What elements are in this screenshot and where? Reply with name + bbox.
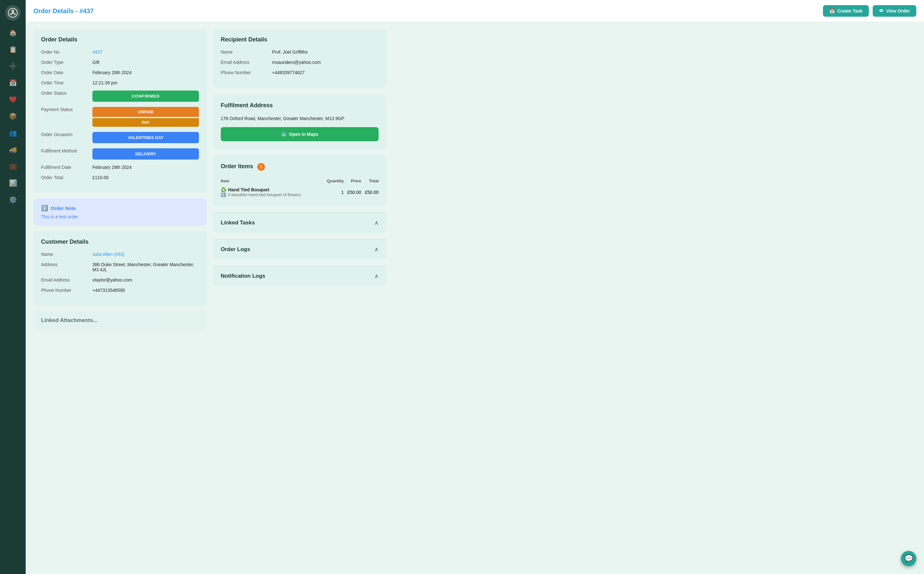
customer-email-value: vtaylor@yahoo.com [93,278,199,282]
order-details-title: Order Details [41,36,199,43]
order-no-row: Order No #437 [41,49,199,55]
sidebar-item-home[interactable]: 🏠 [6,26,20,40]
customer-address-value: 386 Duke Street, Manchester, Greater Man… [93,262,199,272]
order-items-card: Order Items 1 Item Quantity Price Total [213,155,386,206]
customer-email-row: Email Address vtaylor@yahoo.com [41,278,199,282]
fulfilment-method-row: Fulfilment Method DELIVERY [41,148,199,159]
calendar-icon: 📅 [829,8,835,14]
chat-icon: 💬 [904,554,913,563]
payment-status-row: Payment Status UNPAID PAY [41,107,199,127]
svg-point-3 [14,13,16,15]
recipient-name-value: Prof. Joel Griffiths [272,49,379,55]
item-desc-0: ℹ️ A beautiful hand tied bouquet of flow… [221,192,322,197]
customer-address-row: Address 386 Duke Street, Manchester, Gre… [41,262,199,272]
linked-tasks-title: Linked Tasks [221,219,255,226]
customer-name-value[interactable]: Julia Allen (#93) [93,252,124,257]
payment-unpaid-label: UNPAID [93,107,199,117]
sidebar-item-favorites[interactable]: ❤️ [6,93,20,107]
occasion-row: Order Occasion VALENTINES DAY [41,132,199,143]
modal-header: Order Details - #437 📅 Create Task 👁 Vie… [26,0,924,22]
item-name-0: ♻️ Hand Tied Bouquet [221,187,322,192]
customer-phone-row: Phone Number +447313546590 [41,288,199,293]
modal-grid: Order Details Order No #437 Order Type G… [33,28,386,330]
order-number: #437 [79,7,94,14]
notification-logs-card: Notification Logs ∧ [213,266,386,286]
info-icon: ℹ️ [41,205,48,211]
map-icon: 🗺️ [281,132,286,137]
payment-status-badge: UNPAID PAY [93,107,199,127]
customer-name-row: Name Julia Allen (#93) [41,252,199,257]
order-time-row: Order Time 12:21:39 pm [41,80,199,85]
right-column: Recipient Details Name Prof. Joel Griffi… [213,28,386,330]
customer-details-title: Customer Details [41,238,199,245]
payment-pay-button[interactable]: PAY [93,118,199,127]
order-total-row: Order Total £110.00 [41,175,199,180]
fulfilment-address-text: 176 Oxford Road, Manchester, Greater Man… [221,115,379,122]
left-column: Order Details Order No #437 Order Type G… [33,28,207,330]
chevron-up-icon-notif: ∧ [374,273,379,280]
sidebar-item-orders[interactable]: 📋 [6,43,20,57]
recipient-email-row: Email Address msaunders@yahoo.com [221,60,379,65]
sidebar-item-inventory[interactable]: 📦 [6,109,20,123]
order-items-count: 1 [257,163,265,171]
sidebar-item-customers[interactable]: 👥 [6,126,20,140]
open-maps-button[interactable]: 🗺️ Open in Maps [221,127,379,141]
view-order-button[interactable]: 👁 View Order [873,5,916,17]
customer-details-card: Customer Details Name Julia Allen (#93) … [33,231,207,306]
recipient-phone-value: +448339774627 [272,70,379,75]
recipient-email-value: msaunders@yahoo.com [272,60,379,65]
chevron-up-icon: ∧ [374,219,379,226]
fulfilment-address-title: Fulfilment Address [221,102,379,109]
order-items-table: Item Quantity Price Total [221,177,379,199]
fulfilment-date-value: February 29th 2024 [93,165,199,170]
order-status-badge[interactable]: CONFIRMED [93,90,199,102]
app-logo[interactable] [5,5,20,20]
svg-point-2 [10,13,12,15]
chat-fab[interactable]: 💬 [901,551,916,566]
notification-logs-title: Notification Logs [221,273,266,279]
modal-title: Order Details - #437 [33,7,94,15]
svg-point-1 [11,9,14,12]
order-status-row: Order Status CONFIRMED [41,90,199,102]
linked-tasks-section[interactable]: Linked Tasks ∧ [213,213,386,233]
sidebar: 🏠 📋 ➕ 📅 ❤️ 📦 👥 🚚 💼 📊 ⚙️ [0,0,26,574]
delivery-badge[interactable]: DELIVERY [93,148,199,159]
order-note-text: This is a test order [41,214,199,219]
sidebar-item-add[interactable]: ➕ [6,59,20,73]
order-logs-card: Order Logs ∧ [213,239,386,259]
recycle-icon: ♻️ [221,187,226,192]
sidebar-item-delivery[interactable]: 🚚 [6,142,20,157]
main-area: Welcome F... 👁 Florist ▼ Unfulfi... Over… [26,0,924,574]
order-logs-title: Order Logs [221,246,250,253]
modal-body: Order Details Order No #437 Order Type G… [26,22,924,574]
sidebar-item-analytics[interactable]: 📊 [6,176,20,190]
info-circle-icon: ℹ️ [221,192,226,197]
item-qty-0: 1 [322,186,344,199]
sidebar-item-calendar[interactable]: 📅 [6,76,20,90]
order-type-row: Order Type Gift [41,60,199,65]
linked-attachments-hint: Linked Attachments... [33,311,207,330]
order-item-row-0: ♻️ Hand Tied Bouquet ℹ️ A beautiful hand… [221,186,379,199]
create-task-button[interactable]: 📅 Create Task [823,5,869,17]
fulfilment-address-card: Fulfilment Address 176 Oxford Road, Manc… [213,95,386,149]
recipient-phone-row: Phone Number +448339774627 [221,70,379,75]
sidebar-item-settings[interactable]: ⚙️ [6,192,20,207]
fulfilment-date-row: Fulfilment Date February 29th 2024 [41,165,199,170]
chevron-up-icon-logs: ∧ [374,246,379,253]
sidebar-item-briefcase[interactable]: 💼 [6,159,20,173]
recipient-details-card: Recipient Details Name Prof. Joel Griffi… [213,28,386,88]
occasion-badge[interactable]: VALENTINES DAY [93,132,199,143]
modal-overlay: Order Details - #437 📅 Create Task 👁 Vie… [26,0,924,574]
order-logs-section[interactable]: Order Logs ∧ [213,239,386,259]
eye-icon-btn: 👁 [879,8,883,14]
order-note-title: ℹ️ Order Note [41,205,199,211]
order-no-value[interactable]: #437 [93,49,102,55]
order-items-title: Order Items 1 [221,163,379,171]
order-time-value: 12:21:39 pm [93,80,199,85]
order-date-value: February 29th 2024 [93,70,199,75]
item-total-0: £50.00 [361,186,379,199]
order-type-value: Gift [93,60,199,65]
modal-header-actions: 📅 Create Task 👁 View Order [823,5,916,17]
notification-logs-section[interactable]: Notification Logs ∧ [213,266,386,286]
order-details-card: Order Details Order No #437 Order Type G… [33,28,207,193]
